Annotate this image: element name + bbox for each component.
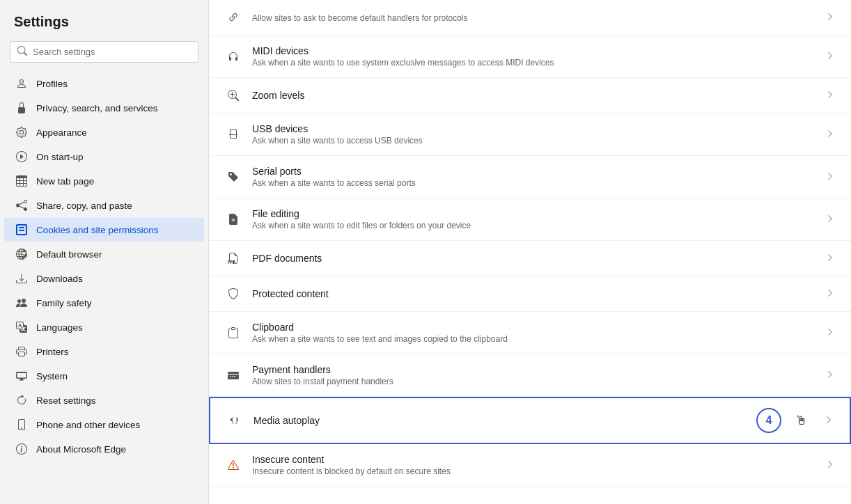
pdf-icon	[226, 251, 241, 266]
item-title: Zoom levels	[252, 90, 815, 101]
item-title: Clipboard	[252, 322, 815, 333]
chevron-right-icon	[826, 253, 834, 264]
zoom-icon	[226, 88, 241, 103]
sidebar-item-label: Phone and other devices	[36, 420, 140, 430]
sidebar-item-label: Privacy, search, and services	[36, 103, 158, 113]
languages-icon	[15, 321, 28, 333]
item-subtitle: Ask when a site wants to use system excl…	[252, 58, 815, 68]
sidebar-item-printers[interactable]: Printers	[4, 340, 204, 363]
chevron-right-icon	[825, 416, 833, 426]
item-subtitle: Insecure content is blocked by default o…	[252, 466, 815, 476]
chevron-right-icon	[826, 13, 834, 23]
about-icon	[15, 443, 28, 455]
downloads-icon	[15, 272, 28, 285]
item-content: Insecure contentInsecure content is bloc…	[252, 454, 815, 476]
item-subtitle: Ask when a site wants to access USB devi…	[252, 136, 815, 145]
profile-icon	[15, 77, 28, 90]
item-title: USB devices	[252, 123, 815, 134]
sidebar-item-default-browser[interactable]: Default browser	[4, 242, 204, 266]
sidebar-item-cookies[interactable]: Cookies and site permissions	[4, 218, 204, 242]
sidebar-item-label: Reset settings	[36, 395, 96, 406]
step-badge: 4	[756, 408, 781, 433]
settings-item-file-editing[interactable]: File editingAsk when a site wants to edi…	[209, 198, 851, 241]
sidebar-item-label: Languages	[36, 322, 83, 333]
item-title: PDF documents	[252, 253, 815, 264]
item-title: Insecure content	[252, 454, 815, 465]
main-content: Allow sites to ask to become default han…	[209, 0, 851, 504]
settings-item-protected-content[interactable]: Protected content	[209, 276, 851, 312]
media-icon	[227, 413, 242, 428]
sidebar-item-new-tab[interactable]: New tab page	[4, 169, 204, 193]
settings-item-zoom-levels[interactable]: Zoom levels	[209, 78, 851, 113]
sidebar-item-label: Appearance	[36, 127, 87, 138]
midi-icon	[226, 49, 241, 64]
nav-list: ProfilesPrivacy, search, and servicesApp…	[0, 71, 208, 462]
browser-icon	[15, 248, 28, 260]
sidebar-item-label: Downloads	[36, 274, 83, 284]
settings-title: Settings	[0, 6, 208, 41]
item-subtitle: Allow sites to install payment handlers	[252, 377, 815, 386]
item-subtitle: Allow sites to ask to become default han…	[252, 13, 815, 23]
chevron-right-icon	[826, 52, 834, 62]
family-icon	[15, 297, 28, 309]
settings-item-midi-devices[interactable]: MIDI devicesAsk when a site wants to use…	[209, 36, 851, 78]
svg-rect-0	[228, 372, 239, 374]
search-input[interactable]	[33, 47, 191, 57]
sidebar-item-label: About Microsoft Edge	[36, 444, 126, 455]
payment-icon	[226, 368, 241, 383]
sidebar-item-family-safety[interactable]: Family safety	[4, 291, 204, 315]
sidebar-item-privacy[interactable]: Privacy, search, and services	[4, 96, 204, 120]
search-icon	[17, 46, 27, 58]
settings-item-media-autoplay[interactable]: Media autoplay4🖱	[209, 397, 851, 444]
privacy-icon	[15, 102, 28, 114]
sidebar-item-label: Cookies and site permissions	[36, 225, 159, 235]
settings-item-pdf-documents[interactable]: PDF documents	[209, 241, 851, 276]
item-title: Protected content	[252, 288, 815, 299]
sidebar-item-languages[interactable]: Languages	[4, 315, 204, 339]
item-content: Serial portsAsk when a site wants to acc…	[252, 166, 815, 188]
protocol-icon	[226, 10, 241, 25]
sidebar-item-phone[interactable]: Phone and other devices	[4, 413, 204, 436]
reset-icon	[15, 394, 28, 407]
sidebar-item-label: Default browser	[36, 249, 102, 260]
insecure-icon	[226, 457, 241, 473]
sidebar-item-profiles[interactable]: Profiles	[4, 72, 204, 95]
printers-icon	[15, 345, 28, 358]
startup-icon	[15, 150, 28, 163]
settings-item-clipboard[interactable]: ClipboardAsk when a site wants to see te…	[209, 312, 851, 354]
file-icon	[226, 212, 241, 227]
protected-icon	[226, 286, 241, 301]
sidebar-item-label: Profiles	[36, 79, 68, 89]
sidebar-item-about[interactable]: About Microsoft Edge	[4, 437, 204, 461]
sidebar-item-system[interactable]: System	[4, 364, 204, 388]
settings-item-protocol-handlers[interactable]: Allow sites to ask to become default han…	[209, 0, 851, 36]
sidebar-item-share[interactable]: Share, copy, and paste	[4, 194, 204, 217]
item-title: Payment handlers	[252, 364, 815, 375]
item-content: Protected content	[252, 288, 815, 299]
settings-item-insecure-content[interactable]: Insecure contentInsecure content is bloc…	[209, 444, 851, 487]
newtab-icon	[15, 175, 28, 187]
item-content: MIDI devicesAsk when a site wants to use…	[252, 45, 815, 68]
share-icon	[15, 199, 28, 212]
sidebar-item-label: Printers	[36, 347, 69, 357]
sidebar-item-label: Share, copy, and paste	[36, 200, 132, 211]
sidebar: Settings ProfilesPrivacy, search, and se…	[0, 0, 209, 504]
sidebar-item-downloads[interactable]: Downloads	[4, 267, 204, 290]
item-subtitle: Ask when a site wants to access serial p…	[252, 178, 815, 188]
usb-icon	[226, 127, 241, 142]
settings-item-payment-handlers[interactable]: Payment handlersAllow sites to install p…	[209, 354, 851, 397]
sidebar-item-appearance[interactable]: Appearance	[4, 120, 204, 144]
sidebar-item-label: Family safety	[36, 298, 92, 308]
sidebar-item-label: System	[36, 371, 68, 381]
settings-item-usb-devices[interactable]: USB devicesAsk when a site wants to acce…	[209, 113, 851, 156]
item-content: File editingAsk when a site wants to edi…	[252, 208, 815, 230]
settings-item-serial-ports[interactable]: Serial portsAsk when a site wants to acc…	[209, 156, 851, 198]
appearance-icon	[15, 126, 28, 139]
search-box[interactable]	[10, 41, 198, 63]
chevron-right-icon	[826, 370, 834, 381]
sidebar-item-on-startup[interactable]: On start-up	[4, 145, 204, 168]
chevron-right-icon	[826, 289, 834, 299]
sidebar-item-reset[interactable]: Reset settings	[4, 388, 204, 412]
item-subtitle: Ask when a site wants to see text and im…	[252, 334, 815, 344]
item-subtitle: Ask when a site wants to edit files or f…	[252, 221, 815, 230]
